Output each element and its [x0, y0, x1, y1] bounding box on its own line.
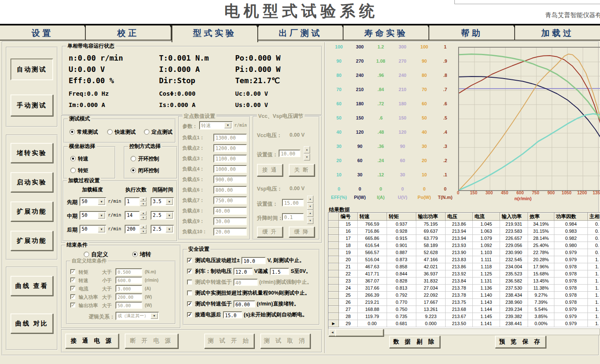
safety-value-input[interactable]: 12.0: [233, 268, 253, 275]
safety-value-input[interactable]: 15.0: [223, 311, 242, 318]
condition-value-input[interactable]: 0.500: [115, 268, 142, 275]
spin-down-icon[interactable]: ▼: [307, 217, 313, 224]
load-point-input[interactable]: 20.00: [213, 228, 247, 236]
spin-down-icon[interactable]: ▼: [140, 202, 146, 206]
load-count-input[interactable]: 14: [125, 211, 140, 220]
ramp-time-spinner[interactable]: ▲ ▼: [307, 210, 313, 224]
radio-icon[interactable]: [70, 168, 76, 173]
condition-value-input[interactable]: 600.0: [115, 277, 142, 284]
load-point-input[interactable]: 40.00: [213, 207, 247, 215]
load-count-input[interactable]: 200: [125, 225, 140, 234]
spin-up-icon[interactable]: ▲: [307, 196, 313, 203]
table-row[interactable]: 26219.210.77017.667213.751.143238.9607.3…: [328, 299, 600, 306]
logic-combo[interactable]: 或（满足其一） ▼: [115, 312, 159, 320]
checkbox-icon[interactable]: ✓: [70, 269, 75, 274]
sidebar-button-扩展功能[interactable]: 扩展功能: [10, 201, 53, 221]
vcc-off-button[interactable]: 关 断: [289, 164, 315, 176]
tab-帮助[interactable]: 帮助: [429, 25, 515, 40]
tab-加载过[interactable]: 加载过: [515, 25, 600, 40]
tab-出厂测试[interactable]: 出厂测试: [258, 25, 344, 40]
safety-value-input[interactable]: 40: [233, 279, 258, 286]
load-point-input[interactable]: 30.00: [213, 217, 247, 225]
spin-down-icon[interactable]: ▼: [304, 154, 310, 161]
tab-设置[interactable]: 设置: [0, 25, 86, 40]
radio-icon[interactable]: [131, 156, 136, 161]
sidebar-button-启动实验[interactable]: 启动实验: [10, 172, 53, 192]
chevron-down-icon[interactable]: ▼: [151, 313, 158, 319]
preview-save-button[interactable]: 预 览 保 存: [495, 336, 546, 348]
row-selector[interactable]: [328, 270, 339, 277]
load-point-input[interactable]: 900.00: [213, 176, 247, 183]
radio-option-堵转[interactable]: 堵转: [132, 251, 151, 258]
data-delete-button[interactable]: 数 据 剔 除: [389, 336, 440, 348]
table-row[interactable]: 15766.590.93775.195213.861.045219.93134.…: [328, 221, 600, 228]
chevron-down-icon[interactable]: ▼: [166, 212, 173, 219]
table-row[interactable]: 20516.040.87347.166213.831.111232.54520.…: [328, 256, 600, 263]
radio-icon[interactable]: [107, 129, 113, 135]
spin-down-icon[interactable]: ▼: [140, 229, 146, 234]
checkbox-icon[interactable]: ✓: [187, 312, 192, 317]
radio-option-转矩[interactable]: 转矩: [70, 167, 88, 174]
vcc-on-button[interactable]: 接 通: [257, 164, 283, 176]
load-point-input[interactable]: 750.00: [213, 196, 247, 204]
radio-icon[interactable]: [132, 252, 138, 257]
table-row[interactable]: 16716.860.92869.637213.941.063223.58331.…: [328, 228, 600, 235]
radio-option-定点测试[interactable]: 定点测试: [144, 129, 172, 136]
load-interval-combo[interactable]: 2.5▼: [151, 225, 174, 234]
radio-icon[interactable]: [84, 252, 89, 257]
chevron-down-icon[interactable]: ▼: [98, 226, 105, 232]
load-amplitude-combo[interactable]: 50▼: [79, 211, 106, 220]
vsp-set-input[interactable]: 15.00: [282, 199, 304, 206]
checkbox-icon[interactable]: ✓: [70, 294, 75, 299]
power-button-2[interactable]: 断 开 电 源: [125, 333, 178, 349]
table-row[interactable]: 18616.540.90158.189213.931.092229.05625.…: [328, 242, 600, 249]
checkbox-icon[interactable]: ✓: [187, 301, 192, 306]
row-selector[interactable]: [328, 228, 339, 235]
row-selector[interactable]: [328, 256, 339, 263]
vcc-set-input[interactable]: 10.00: [279, 150, 300, 157]
checkbox-icon[interactable]: ✓: [70, 277, 75, 283]
load-point-input[interactable]: 800.00: [213, 186, 247, 194]
row-selector[interactable]: [328, 285, 339, 292]
param-combo[interactable]: 转速 ▼: [199, 121, 233, 130]
checkbox-icon[interactable]: ✓: [187, 258, 192, 263]
load-interval-combo[interactable]: 2.5▼: [151, 211, 174, 220]
spin-up-icon[interactable]: ▲: [140, 211, 146, 215]
table-row[interactable]: 19566.570.88752.628213.901.103230.99022.…: [328, 249, 600, 256]
spin-up-icon[interactable]: ▲: [140, 225, 146, 229]
radio-option-快速测试[interactable]: 快速测试: [107, 129, 136, 136]
condition-value-input[interactable]: 200.00: [115, 293, 142, 300]
power-button-4[interactable]: 测 试 取 消: [260, 333, 310, 349]
power-button-1[interactable]: 接 通 电 源: [65, 333, 119, 349]
sidebar-button-自动测试[interactable]: 自动测试: [10, 59, 53, 80]
safety-value-input[interactable]: 10.0: [241, 257, 266, 264]
sidebar-button-堵转实验[interactable]: 堵转实验: [10, 143, 53, 163]
safety-value-input[interactable]: 60.00: [233, 300, 255, 308]
chevron-down-icon[interactable]: ▼: [98, 199, 105, 205]
sidebar-button-曲线查看[interactable]: 曲线 查看: [10, 276, 53, 296]
row-selector[interactable]: [328, 313, 339, 320]
checkbox-icon[interactable]: ✓: [70, 286, 75, 291]
condition-value-input[interactable]: 50.00: [115, 302, 142, 309]
load-point-input[interactable]: 1200.00: [213, 144, 247, 152]
table-row[interactable]: 21467.630.85842.021213.861.118234.00417.…: [328, 263, 600, 270]
chevron-down-icon[interactable]: ▼: [166, 199, 173, 205]
radio-icon[interactable]: [144, 129, 149, 135]
chevron-down-icon[interactable]: ▼: [224, 122, 231, 128]
spin-up-icon[interactable]: ▲: [304, 146, 310, 153]
ramp-time-input[interactable]: 0.1: [282, 213, 304, 221]
spin-up-icon[interactable]: ▲: [140, 197, 146, 201]
load-amplitude-combo[interactable]: 50▼: [79, 197, 106, 206]
row-selector[interactable]: [328, 221, 339, 228]
spin-down-icon[interactable]: ▼: [140, 216, 146, 220]
sidebar-button-扩展功能[interactable]: 扩展功能: [10, 231, 53, 251]
chevron-down-icon[interactable]: ▼: [166, 226, 173, 232]
power-button-3[interactable]: 测 试 开 始: [204, 333, 254, 349]
load-amplitude-combo[interactable]: 50▼: [79, 225, 106, 234]
radio-icon[interactable]: [69, 129, 75, 135]
checkbox-icon[interactable]: [187, 280, 192, 285]
row-selector[interactable]: ▶: [328, 320, 339, 327]
row-selector[interactable]: [328, 292, 339, 299]
vsp-set-spinner[interactable]: ▲ ▼: [307, 196, 313, 210]
load-count-spinner[interactable]: ▲▼: [140, 225, 146, 234]
